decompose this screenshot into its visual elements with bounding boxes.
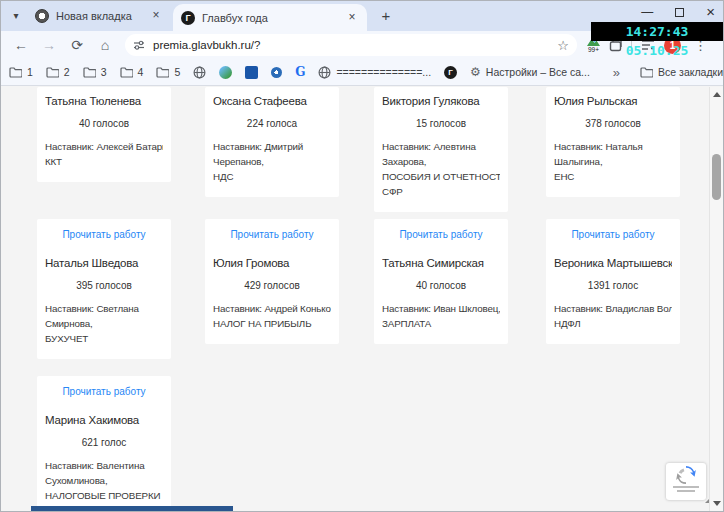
all-bookmarks-label: Все закладки xyxy=(658,66,723,78)
read-work-link[interactable]: Прочитать работу xyxy=(213,229,331,240)
gear-icon: ⚙ xyxy=(470,65,481,79)
bookmark-site[interactable] xyxy=(193,66,206,79)
bookmark-star-icon[interactable]: ☆ xyxy=(557,38,569,53)
mentor-info: Наставник: Алевтина Захарова, ПОСОБИЯ И … xyxy=(382,139,500,199)
blue-g-icon: G xyxy=(295,65,305,79)
bookmark-label: ==============... xyxy=(336,66,431,78)
contestant-card: Прочитать работу Юлия Громова 429 голосо… xyxy=(205,219,339,344)
tab-close-icon[interactable]: × xyxy=(149,9,163,23)
contestant-name: Наталья Шведова xyxy=(45,257,163,269)
vote-count: 40 голосов xyxy=(45,118,163,129)
vote-count: 224 голоса xyxy=(213,118,331,129)
forward-icon[interactable]: → xyxy=(37,33,61,57)
tab-label: Главбух года xyxy=(202,12,345,24)
scrollbar-thumb[interactable] xyxy=(712,154,721,200)
scroll-up-icon[interactable] xyxy=(713,92,721,97)
contestant-name: Вероника Мартышевская xyxy=(554,257,672,269)
bookmark-glavbukh[interactable]: Г xyxy=(444,66,457,79)
bookmark-site[interactable] xyxy=(245,66,258,79)
close-button[interactable]: × xyxy=(706,3,715,21)
bookmark-folder-1[interactable]: 1 xyxy=(9,66,33,78)
contestant-card: Оксана Стафеева 224 голоса Наставник: Дм… xyxy=(205,87,339,197)
bookmark-site[interactable]: G xyxy=(295,65,305,79)
scroll-down-icon[interactable] xyxy=(713,501,721,506)
tab-label: Новая вкладка xyxy=(56,10,149,22)
maximize-button[interactable] xyxy=(675,8,684,17)
mentor-info: Наставник: Андрей Коньков, НАЛОГ НА ПРИБ… xyxy=(213,301,331,331)
contestant-card: Прочитать работу Татьяна Симирская 40 го… xyxy=(374,219,508,344)
blue-circle-icon xyxy=(271,67,282,78)
bookmark-folder-4[interactable]: 4 xyxy=(120,66,144,78)
digital-clock-overlay: 14:27:43 05.10.25 xyxy=(591,22,723,41)
tab-search-chevron-icon[interactable]: ▾ xyxy=(7,8,25,24)
recaptcha-icon xyxy=(676,466,696,484)
minimize-button[interactable]: — xyxy=(641,3,653,21)
bookmark-label: 5 xyxy=(174,66,180,78)
bookmark-label: 1 xyxy=(27,66,33,78)
contestant-name: Юлия Громова xyxy=(213,257,331,269)
tab-close-icon[interactable]: × xyxy=(345,11,359,25)
read-work-link[interactable]: Прочитать работу xyxy=(382,229,500,240)
contestant-name: Юлия Рыльская xyxy=(554,95,672,107)
tab-glavbukh-goda[interactable]: Г Главбух года × xyxy=(173,4,367,31)
bookmark-site[interactable] xyxy=(271,67,282,78)
bookmarks-overflow-icon[interactable]: » xyxy=(613,65,620,80)
mentor-info: Наставник: Дмитрий Черепанов, НДС xyxy=(213,139,331,184)
bookmark-site[interactable] xyxy=(219,66,232,79)
vote-count: 429 голосов xyxy=(213,280,331,291)
contestant-card: Прочитать работу Наталья Шведова 395 гол… xyxy=(37,219,171,359)
mentor-info: Наставник: Валентина Сухомлинова, НАЛОГО… xyxy=(45,458,163,503)
chrome-favicon-icon xyxy=(35,9,49,23)
new-tab-button[interactable]: + xyxy=(377,7,395,25)
bookmark-label: 3 xyxy=(101,66,107,78)
tab-new-tab[interactable]: Новая вкладка × xyxy=(27,1,171,31)
bookmark-settings[interactable]: ⚙ Настройки – Все са... xyxy=(470,65,590,79)
vote-count: 15 голосов xyxy=(382,118,500,129)
vote-count: 378 голосов xyxy=(554,118,672,129)
blue-square-icon xyxy=(245,66,258,79)
contestant-card: Виктория Гулякова 15 голосов Наставник: … xyxy=(374,87,508,212)
address-bar[interactable]: premia.glavbukh.ru/? ☆ xyxy=(125,34,577,56)
read-work-link[interactable]: Прочитать работу xyxy=(45,386,163,397)
globe-icon xyxy=(318,66,331,79)
bookmark-label: Настройки – Все са... xyxy=(486,66,590,78)
mentor-info: Наставник: Алексей Батарин, ККТ xyxy=(45,139,163,169)
browser-window: ▾ Новая вкладка × Г Главбух года × + — ×… xyxy=(0,0,724,512)
contestant-name: Татьяна Тюленева xyxy=(45,95,163,107)
vote-count: 40 голосов xyxy=(382,280,500,291)
window-controls: — × xyxy=(641,3,715,21)
bookmarks-bar: 1 2 3 4 5 G ==============... Г xyxy=(1,59,723,86)
vote-count: 1391 голос xyxy=(554,280,672,291)
recaptcha-privacy-text xyxy=(673,486,699,488)
site-favicon-icon: Г xyxy=(181,11,195,25)
contestant-card: Татьяна Тюленева 40 голосов Наставник: А… xyxy=(37,87,171,182)
bookmark-folder-2[interactable]: 2 xyxy=(46,66,70,78)
globe-icon xyxy=(193,66,206,79)
url-text[interactable]: premia.glavbukh.ru/? xyxy=(153,39,553,51)
bookmark-folder-3[interactable]: 3 xyxy=(83,66,107,78)
all-bookmarks-button[interactable]: Все закладки xyxy=(640,66,723,78)
bookmark-equals[interactable]: ==============... xyxy=(318,66,431,79)
contestant-name: Оксана Стафеева xyxy=(213,95,331,107)
read-work-link[interactable]: Прочитать работу xyxy=(45,229,163,240)
contestant-name: Виктория Гулякова xyxy=(382,95,500,107)
vote-count: 621 голос xyxy=(45,437,163,448)
mentor-info: Наставник: Владислав Волков, НДФЛ xyxy=(554,301,672,331)
contestant-card: Юлия Рыльская 378 голосов Наставник: Нат… xyxy=(546,87,680,197)
folder-icon xyxy=(640,67,653,78)
mentor-info: Наставник: Светлана Смирнова, БУХУЧЕТ xyxy=(45,301,163,346)
site-settings-icon[interactable] xyxy=(133,39,145,51)
recaptcha-terms-text xyxy=(677,490,695,492)
bookmark-folder-5[interactable]: 5 xyxy=(156,66,180,78)
reload-icon[interactable]: ⟳ xyxy=(65,33,89,57)
page-scrollbar[interactable] xyxy=(709,87,723,511)
page-footer-edge xyxy=(31,506,233,511)
folder-icon xyxy=(46,67,59,78)
bookmark-label: 2 xyxy=(64,66,70,78)
folder-icon xyxy=(120,67,133,78)
contestant-card: Прочитать работу Марина Хакимова 621 гол… xyxy=(37,376,171,512)
recaptcha-badge[interactable] xyxy=(666,463,706,500)
back-icon[interactable]: ← xyxy=(9,33,33,57)
read-work-link[interactable]: Прочитать работу xyxy=(554,229,672,240)
home-icon[interactable]: ⌂ xyxy=(93,33,117,57)
